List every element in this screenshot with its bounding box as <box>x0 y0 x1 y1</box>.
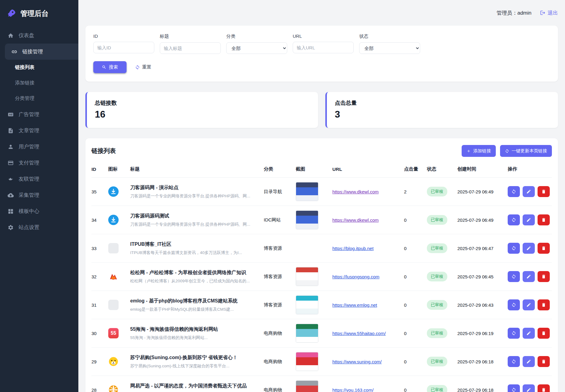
delete-button[interactable] <box>538 328 550 339</box>
site-screenshot-thumbnail <box>296 324 318 343</box>
filter-url-input[interactable] <box>293 42 354 53</box>
site-url-link[interactable]: https://blog.itpub.net <box>332 246 404 251</box>
site-url-link[interactable]: https://www.suning.com/ <box>332 359 404 364</box>
sidebar-item-category-manage[interactable]: 分类管理 <box>0 91 78 106</box>
row-url-cell: https://www.55haitao.com/ <box>332 331 404 336</box>
filter-id-input[interactable] <box>93 42 154 53</box>
filter-title-input[interactable] <box>160 42 221 54</box>
delete-button[interactable] <box>538 384 550 392</box>
sidebar-item-dashboard[interactable]: 仪表盘 <box>0 27 78 44</box>
trash-icon <box>541 246 546 251</box>
row-status-cell: 已审核 <box>427 215 457 225</box>
link-description: 55海淘 - 海淘族值得信赖的海淘返利网站... <box>130 335 258 341</box>
edit-icon <box>526 331 531 336</box>
edit-button[interactable] <box>523 328 535 339</box>
ad-icon: Ad <box>7 111 14 118</box>
sidebar-item-articles[interactable]: 文章管理 <box>0 122 78 139</box>
refresh-button[interactable] <box>508 271 520 282</box>
row-icon-cell <box>108 215 130 225</box>
row-created-time: 2025-07-29 06:49 <box>457 217 508 223</box>
sidebar-item-link-list[interactable]: 链接列表 <box>0 60 78 75</box>
sidebar-item-payments[interactable]: 支付管理 <box>0 155 78 171</box>
sidebar-item-links[interactable]: 链接管理 <box>5 44 78 60</box>
row-actions <box>508 186 552 197</box>
row-url-cell: https://www.dkewl.com <box>332 189 404 194</box>
table-header-row: ID图标标题分类截图URL点击量状态创建时间操作 <box>91 162 552 178</box>
row-icon-cell <box>108 300 130 310</box>
sidebar-item-site-settings[interactable]: 站点设置 <box>0 219 78 235</box>
status-badge: 已审核 <box>427 215 447 225</box>
edit-button[interactable] <box>523 186 535 197</box>
trash-icon <box>541 359 546 364</box>
site-url-link[interactable]: https://you.163.com/ <box>332 387 404 392</box>
site-url-link[interactable]: https://www.dkewl.com <box>332 217 404 223</box>
sidebar-item-users[interactable]: 用户管理 <box>0 139 78 155</box>
update-page-links-button[interactable]: 一键更新本页链接 <box>500 145 552 157</box>
add-link-label: 添加链接 <box>473 148 491 154</box>
row-actions <box>508 328 552 339</box>
add-link-button[interactable]: 添加链接 <box>462 145 496 157</box>
delete-button[interactable] <box>538 186 550 197</box>
sidebar-item-collect[interactable]: 采集管理 <box>0 187 78 203</box>
refresh-button[interactable] <box>508 299 520 310</box>
row-title-cell: 刀客源码源码测试刀客源码是一个专业的网络资源分享平台,提供各种PHP源码、网..… <box>130 213 264 227</box>
filter-status-label: 状态 <box>359 34 420 39</box>
delete-button[interactable] <box>538 271 550 282</box>
edit-button[interactable] <box>523 243 535 254</box>
site-icon-placeholder <box>108 243 119 253</box>
site-url-link[interactable]: https://lusongsong.com <box>332 274 404 279</box>
row-status-cell: 已审核 <box>427 243 457 253</box>
row-id: 31 <box>91 302 108 308</box>
edit-icon <box>526 189 531 194</box>
status-badge: 已审核 <box>427 187 447 196</box>
edit-icon <box>526 387 531 392</box>
sidebar-item-friend-links[interactable]: 友联管理 <box>0 171 78 187</box>
logout-button[interactable]: 退出 <box>540 9 558 16</box>
trash-icon <box>541 274 546 279</box>
site-url-link[interactable]: https://www.emlog.net <box>332 302 404 308</box>
row-created-time: 2025-07-29 06:19 <box>457 331 508 336</box>
edit-button[interactable] <box>523 384 535 392</box>
sidebar-item-add-link[interactable]: 添加链接 <box>0 75 78 91</box>
row-clicks: 0 <box>404 302 427 308</box>
delete-button[interactable] <box>538 299 550 310</box>
update-page-links-label: 一键更新本页链接 <box>512 148 547 154</box>
trash-icon <box>541 302 546 307</box>
site-url-link[interactable]: https://www.55haitao.com/ <box>332 331 404 336</box>
edit-button[interactable] <box>523 214 535 225</box>
row-clicks: 0 <box>404 274 427 279</box>
refresh-button[interactable] <box>508 356 520 367</box>
filter-status-select[interactable]: 全部 <box>359 42 420 54</box>
site-url-link[interactable]: https://www.dkewl.com <box>332 189 404 194</box>
edit-button[interactable] <box>523 299 535 310</box>
row-category: 电商购物 <box>264 330 296 336</box>
row-category: 电商购物 <box>264 359 296 365</box>
stats-row: 总链接数 16 点击总量 3 <box>85 92 558 128</box>
sidebar-item-templates[interactable]: 模板中心 <box>0 203 78 219</box>
delete-button[interactable] <box>538 356 550 367</box>
column-header: ID <box>91 167 108 172</box>
edit-button[interactable] <box>523 271 535 282</box>
article-icon <box>7 128 14 134</box>
sidebar-item-label: 广告管理 <box>19 111 39 118</box>
delete-button[interactable] <box>538 214 550 225</box>
refresh-button[interactable] <box>508 243 520 254</box>
sync-icon <box>511 359 516 364</box>
row-screenshot-cell <box>296 210 332 229</box>
link-title: 55海淘 - 海淘族值得信赖的海淘返利网站 <box>130 326 258 333</box>
search-button[interactable]: 搜索 <box>93 61 127 73</box>
row-icon-cell <box>108 243 130 253</box>
link-description: 刀客源码是一个专业的网络资源分享平台,提供各种PHP源码、网... <box>130 222 258 227</box>
link-description: emlog是一款基于PHP和MySQL的轻量级博客及CMS建... <box>130 307 258 312</box>
edit-button[interactable] <box>523 356 535 367</box>
refresh-button[interactable] <box>508 384 520 392</box>
refresh-button[interactable] <box>508 328 520 339</box>
filter-category-select[interactable]: 全部 <box>226 42 287 54</box>
refresh-button[interactable] <box>508 214 520 225</box>
edit-icon <box>526 359 531 364</box>
refresh-button[interactable] <box>508 186 520 197</box>
delete-button[interactable] <box>538 243 550 254</box>
edit-icon <box>526 302 531 307</box>
sidebar-item-ads[interactable]: Ad广告管理 <box>0 106 78 122</box>
reset-button[interactable]: 重置 <box>135 64 151 70</box>
